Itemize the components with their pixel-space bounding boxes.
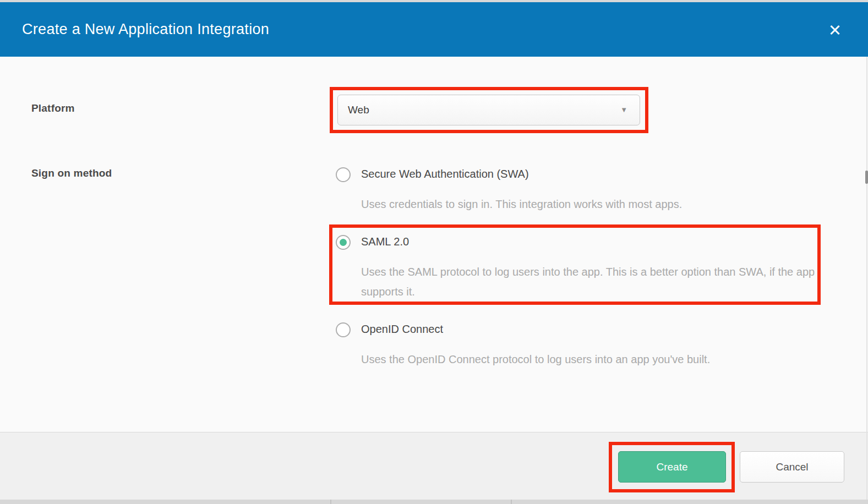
close-icon[interactable]: ✕	[825, 20, 845, 40]
radio-label-openid[interactable]: OpenID Connect	[361, 323, 443, 336]
radio-dot	[340, 171, 347, 178]
modal-header: Create a New Application Integration ✕	[0, 2, 868, 57]
radio-label-saml[interactable]: SAML 2.0	[361, 235, 409, 248]
radio-dot	[340, 239, 347, 246]
radio-button-saml[interactable]	[336, 235, 351, 250]
radio-label-swa[interactable]: Secure Web Authentication (SWA)	[361, 168, 529, 180]
platform-dropdown-value: Web	[348, 95, 369, 125]
radio-button-openid[interactable]	[336, 322, 351, 337]
modal-right-edge	[866, 57, 867, 500]
page-behind-bottom-strip	[0, 500, 868, 504]
radio-description-saml: Uses the SAML protocol to log users into…	[361, 262, 821, 302]
bottom-strip-divider	[511, 500, 512, 504]
radio-button-swa[interactable]	[336, 167, 351, 182]
background-scrollbar-thumb[interactable]	[865, 171, 868, 184]
okta-create-app-modal: Create a New Application Integration ✕ P…	[0, 0, 868, 504]
modal-footer	[0, 432, 868, 500]
sign-on-method-label: Sign on method	[31, 167, 112, 179]
radio-description-swa: Uses credentials to sign in. This integr…	[361, 194, 821, 214]
radio-dot	[340, 326, 347, 333]
modal-title: Create a New Application Integration	[22, 2, 269, 57]
platform-dropdown[interactable]: Web ▼	[337, 95, 640, 125]
create-button[interactable]: Create	[618, 451, 726, 483]
platform-label: Platform	[31, 102, 75, 114]
cancel-button[interactable]: Cancel	[740, 451, 844, 483]
radio-description-openid: Uses the OpenID Connect protocol to log …	[361, 349, 821, 369]
chevron-down-icon: ▼	[620, 95, 627, 125]
bottom-strip-divider	[330, 500, 331, 504]
